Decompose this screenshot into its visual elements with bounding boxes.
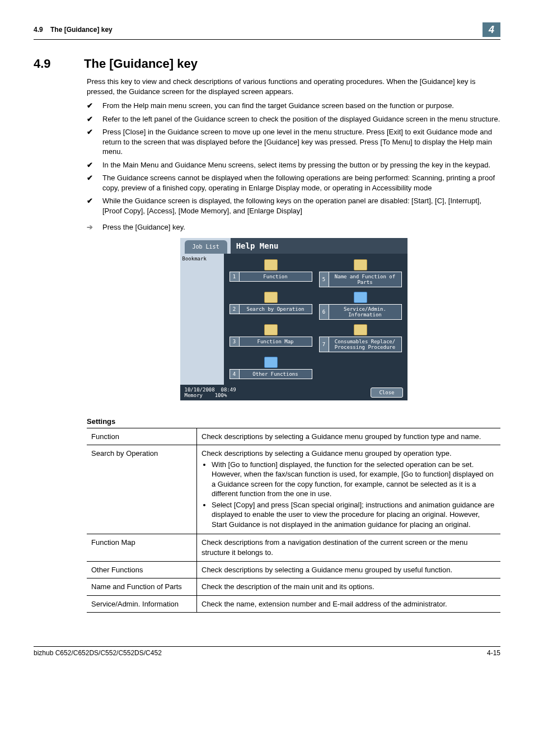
service-admin-icon xyxy=(354,292,367,303)
table-row: Search by Operation Check descriptions b… xyxy=(87,445,500,534)
other-functions-icon xyxy=(264,357,278,368)
setting-name: Name and Function of Parts xyxy=(87,578,197,596)
chapter-badge: 4 xyxy=(483,22,500,37)
menu-item-name-parts[interactable]: 5Name and Function of Parts xyxy=(319,259,402,287)
menu-item-other-functions[interactable]: 4Other Functions xyxy=(229,357,312,379)
table-row: Function Map Check descriptions from a n… xyxy=(87,534,500,561)
table-row: Service/Admin. Information Check the nam… xyxy=(87,595,500,613)
menu-item-search-operation[interactable]: 2Search by Operation xyxy=(229,292,312,320)
setting-bullet: With [Go to function] displayed, the fun… xyxy=(212,460,496,499)
check-item: The Guidance screens cannot be displayed… xyxy=(87,173,500,193)
footer-model: bizhub C652/C652DS/C552/C552DS/C452 xyxy=(34,649,162,657)
footer-page-number: 4-15 xyxy=(487,649,500,657)
close-button[interactable]: Close xyxy=(371,388,402,398)
setting-desc: Check descriptions by selecting a Guidan… xyxy=(197,561,501,578)
procedure-step: Press the [Guidance] key. xyxy=(87,223,500,231)
setting-name: Function Map xyxy=(87,534,197,561)
menu-item-function-map[interactable]: 3Function Map xyxy=(229,324,312,352)
setting-desc: Check descriptions from a navigation des… xyxy=(197,534,501,561)
menu-item-consumables[interactable]: 7Consumables Replace/ Processing Procedu… xyxy=(319,324,402,352)
settings-heading: Settings xyxy=(87,417,500,426)
setting-name: Search by Operation xyxy=(87,445,197,534)
setting-desc: Check descriptions by selecting a Guidan… xyxy=(197,445,501,534)
setting-desc: Check descriptions by selecting a Guidan… xyxy=(197,428,501,445)
bookmark-column: Bookmark xyxy=(180,254,224,385)
menu-item-function[interactable]: 1Function xyxy=(229,259,312,287)
check-item: From the Help main menu screen, you can … xyxy=(87,101,500,111)
menu-item-service-admin[interactable]: 6Service/Admin. Information xyxy=(319,292,402,320)
function-icon xyxy=(264,259,278,270)
settings-table: Function Check descriptions by selecting… xyxy=(87,428,500,613)
search-operation-icon xyxy=(264,292,278,303)
job-list-tab[interactable]: Job List xyxy=(185,240,227,254)
page-footer: bizhub C652/C652DS/C552/C552DS/C452 4-15 xyxy=(34,646,500,657)
function-map-icon xyxy=(264,324,278,335)
setting-name: Function xyxy=(87,428,197,445)
check-item: Refer to the left panel of the Guidance … xyxy=(87,114,500,124)
check-item: In the Main Menu and Guidance Menu scree… xyxy=(87,160,500,170)
check-item: While the Guidance screen is displayed, … xyxy=(87,196,500,216)
menu-grid: 1Function 5Name and Function of Parts 2S… xyxy=(224,254,407,385)
table-row: Name and Function of Parts Check the des… xyxy=(87,578,500,596)
setting-desc: Check the name, extension number and E-m… xyxy=(197,595,501,613)
setting-name: Other Functions xyxy=(87,561,197,578)
header-section-ref: 4.9 The [Guidance] key xyxy=(34,26,113,34)
check-list: From the Help main menu screen, you can … xyxy=(87,101,500,216)
panel-title: Help Menu xyxy=(231,238,407,254)
intro-paragraph: Press this key to view and check descrip… xyxy=(87,77,500,96)
parts-icon xyxy=(354,259,367,270)
consumables-icon xyxy=(354,324,367,335)
setting-bullet: Select [Copy] and press [Scan special or… xyxy=(212,500,496,530)
footer-date: 10/10/2008 08:49 Memory 100% xyxy=(185,387,236,398)
table-row: Other Functions Check descriptions by se… xyxy=(87,561,500,578)
help-menu-panel: Job List Help Menu Bookmark 1Function 5N… xyxy=(180,238,407,400)
section-title: 4.9The [Guidance] key xyxy=(34,57,500,71)
check-item: Press [Close] in the Guidance screen to … xyxy=(87,127,500,157)
setting-desc: Check the description of the main unit a… xyxy=(197,578,501,596)
table-row: Function Check descriptions by selecting… xyxy=(87,428,500,445)
setting-name: Service/Admin. Information xyxy=(87,595,197,613)
page-header: 4.9 The [Guidance] key 4 xyxy=(34,22,500,40)
panel-footer: 10/10/2008 08:49 Memory 100% Close xyxy=(180,385,407,400)
